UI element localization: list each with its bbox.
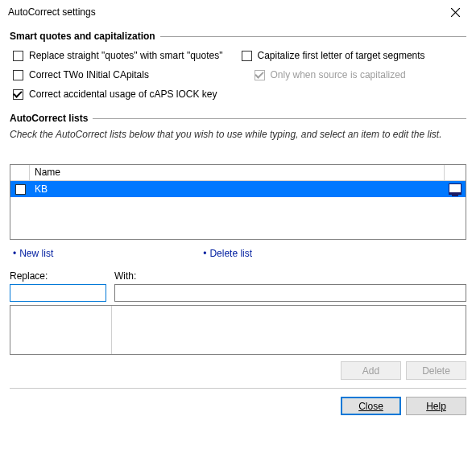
lists-note: Check the AutoCorrect lists below that y… xyxy=(10,129,466,140)
checkbox-icon[interactable] xyxy=(242,51,252,61)
delete-button: Delete xyxy=(406,361,466,380)
checkbox-icon[interactable] xyxy=(15,184,26,195)
autocorrect-lists-table: Name KB xyxy=(10,164,466,240)
checkbox-capitalize-first[interactable]: Capitalize first letter of target segmen… xyxy=(242,50,467,61)
group-autocorrect-lists: AutoCorrect lists xyxy=(10,113,466,124)
checkbox-caps-lock[interactable]: Correct accidental usage of cAPS lOCK ke… xyxy=(13,89,238,100)
replace-input[interactable] xyxy=(10,284,106,302)
checkbox-icon[interactable] xyxy=(13,70,23,80)
replace-label: Replace: xyxy=(10,270,106,282)
table-body: KB xyxy=(10,181,466,239)
monitor-icon xyxy=(449,183,462,195)
column-check[interactable] xyxy=(10,165,30,180)
checkbox-only-source: Only when source is capitalized xyxy=(255,69,467,80)
group-smart-quotes: Smart quotes and capitalization xyxy=(10,31,466,42)
help-button[interactable]: Help xyxy=(406,397,466,415)
table-header: Name xyxy=(10,165,466,181)
table-row[interactable]: KB xyxy=(10,181,466,197)
checkbox-two-initial-capitals[interactable]: Correct TWo INitial CApitals xyxy=(13,69,238,80)
window-title: AutoCorrect settings xyxy=(8,6,96,18)
with-label: With: xyxy=(114,270,466,282)
checkbox-icon[interactable] xyxy=(13,51,23,61)
column-name[interactable]: Name xyxy=(30,165,445,180)
replacements-grid[interactable] xyxy=(10,305,466,355)
add-button: Add xyxy=(341,361,401,380)
checkbox-icon xyxy=(255,70,265,80)
group-label: AutoCorrect lists xyxy=(10,113,93,124)
close-button[interactable]: Close xyxy=(341,397,401,415)
close-icon[interactable] xyxy=(439,1,471,23)
checkbox-replace-quotes[interactable]: Replace straight "quotes" with smart "qu… xyxy=(13,50,238,61)
delete-list-link[interactable]: • Delete list xyxy=(203,248,252,259)
row-name: KB xyxy=(30,183,445,195)
new-list-link[interactable]: • New list xyxy=(13,248,53,259)
checkbox-icon[interactable] xyxy=(13,89,23,100)
column-icon[interactable] xyxy=(445,165,466,180)
with-input[interactable] xyxy=(114,284,466,302)
titlebar: AutoCorrect settings xyxy=(0,0,476,24)
group-label: Smart quotes and capitalization xyxy=(10,31,160,42)
